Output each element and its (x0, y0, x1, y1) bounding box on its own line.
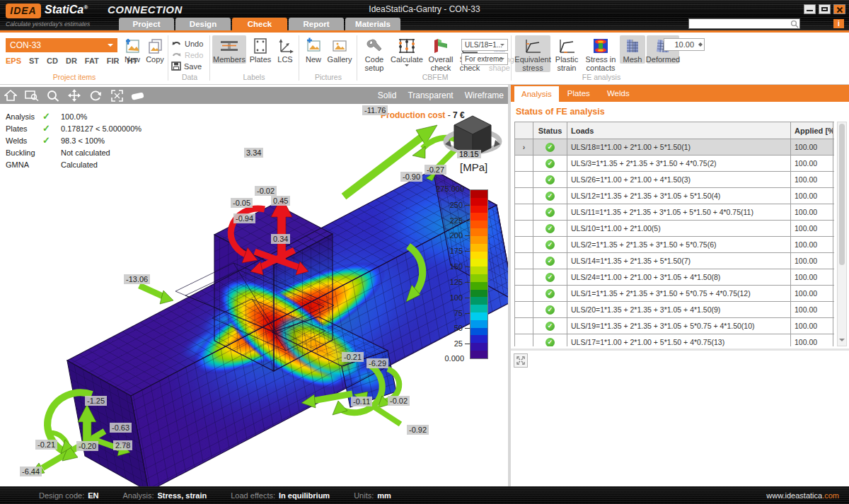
minimize-button[interactable] (804, 4, 816, 14)
scale-color-segment (470, 335, 487, 343)
load-combination-row[interactable]: ✓ULS/19=1*1.35 + 2*1.35 + 3*1.05 + 5*0.7… (515, 318, 834, 334)
ribbon-separator (209, 35, 210, 81)
scale-tick-mark (465, 282, 470, 283)
pan-icon[interactable] (64, 87, 85, 104)
rotate-icon[interactable] (85, 87, 106, 104)
project-item-combo[interactable]: CON-33 (6, 38, 117, 52)
load-combination-row[interactable]: ›✓ULS/18=1*1.00 + 2*1.00 + 5*1.50(1)100.… (515, 139, 834, 156)
panel-tab-welds[interactable]: Welds (599, 85, 638, 102)
load-combination-row[interactable]: ✓ULS/26=1*1.00 + 2*1.00 + 4*1.50(3)100.0… (515, 172, 834, 188)
statusbar-item-value: Stress, strain (158, 491, 207, 500)
load-combination-row[interactable]: ✓ULS/24=1*1.00 + 2*1.00 + 3*1.05 + 4*1.5… (515, 269, 834, 286)
fit-view-icon[interactable] (106, 87, 127, 104)
load-combination-row[interactable]: ✓ULS/20=1*1.35 + 2*1.35 + 3*1.05 + 4*1.5… (515, 302, 834, 318)
extreme-combo[interactable]: For extreme (461, 53, 508, 65)
code-setup-button[interactable]: Code setup (361, 35, 388, 72)
project-subtab-fat[interactable]: FAT (85, 57, 99, 65)
copy-project-item-button[interactable]: Copy (144, 35, 166, 64)
scrollbar-thumb[interactable] (839, 124, 845, 265)
labels-lcs-toggle[interactable]: LCS (275, 35, 296, 64)
view-mode-solid[interactable]: Solid (378, 90, 397, 100)
scale-color-segment (470, 290, 487, 298)
save-button[interactable]: Save (171, 61, 202, 71)
plastic-strain-toggle[interactable]: Plastic strain (552, 35, 582, 72)
view-mode-transparent[interactable]: Transparent (408, 90, 453, 100)
row-selector-icon (515, 204, 533, 220)
panel-tab-plates[interactable]: Plates (559, 85, 599, 102)
mesh-toggle[interactable]: Mesh (620, 35, 645, 64)
load-case-combo[interactable]: ULS/18=1... (461, 39, 508, 51)
close-button[interactable] (833, 4, 845, 14)
tab-materials[interactable]: Materials (345, 18, 400, 30)
table-scrollbar[interactable] (837, 122, 847, 346)
calculate-dropdown-icon[interactable] (405, 64, 409, 69)
view-mode-wireframe[interactable]: Wireframe (465, 90, 504, 100)
load-combination-row[interactable]: ✓ULS/2=1*1.35 + 2*1.35 + 3*1.50 + 5*0.75… (515, 237, 834, 253)
tab-project[interactable]: Project (119, 18, 174, 30)
tab-report[interactable]: Report (289, 18, 344, 30)
header-applied[interactable]: Applied [%] (791, 122, 833, 139)
results-panel: AnalysisPlatesWelds Status of FE analysi… (511, 85, 849, 486)
undo-button[interactable]: Undo (171, 38, 203, 49)
panel-tab-analysis[interactable]: Analysis (514, 86, 559, 102)
project-subtab-st[interactable]: ST (29, 57, 39, 65)
model-value-label: -0.21 (342, 352, 364, 362)
tab-check[interactable]: Check (232, 18, 287, 30)
picture-new-button[interactable]: New (303, 35, 324, 64)
row-selector-icon (515, 269, 533, 285)
scale-tick-label: 225 (432, 216, 463, 225)
project-subtab-fir[interactable]: FIR (107, 57, 120, 65)
website-link[interactable]: www.ideastatica.com (766, 491, 839, 500)
tab-design[interactable]: Design (175, 18, 231, 30)
overall-check-button[interactable]: Overall check (426, 35, 456, 72)
zoom-window-icon[interactable] (21, 87, 42, 104)
new-project-item-button[interactable]: New (122, 35, 143, 64)
stress-in-contacts-toggle[interactable]: Stress in contacts (583, 35, 618, 72)
load-combination-row[interactable]: ✓ULS/14=1*1.35 + 2*1.35 + 5*1.50(7)100.0… (515, 253, 834, 269)
check-status-list: Analysis✓100.0%Plates✓0.178127 < 5.00000… (6, 110, 142, 170)
load-combination-row[interactable]: ✓ULS/3=1*1.35 + 2*1.35 + 3*1.50 + 4*0.75… (515, 156, 834, 172)
check-status-row: Analysis✓100.0% (6, 110, 142, 122)
plastic-strain-label: Plastic strain (552, 55, 582, 72)
project-subtab-eps[interactable]: EPS (6, 57, 21, 65)
home-view-icon[interactable] (0, 87, 21, 104)
row-status-cell: ✓ (533, 172, 567, 187)
redo-button[interactable]: Redo (171, 49, 203, 60)
project-subtab-dr[interactable]: DR (66, 57, 77, 65)
project-subtab-cd[interactable]: CD (47, 57, 58, 65)
picture-gallery-button[interactable]: Gallery (325, 35, 354, 64)
model-value-label: -0.02 (388, 396, 410, 406)
labels-plates-toggle[interactable]: Plates (248, 35, 273, 64)
load-combination-row[interactable]: ✓ULS/11=1*1.35 + 2*1.35 + 3*1.05 + 5*1.5… (515, 204, 834, 221)
deformation-scale-spinner[interactable]: 10.00 (664, 38, 705, 51)
spinner-down-icon[interactable] (698, 45, 703, 49)
labels-members-toggle[interactable]: Members (212, 35, 246, 64)
load-combination-row[interactable]: ✓ULS/17=1*1.00 + 2*1.00 + 5*1.50 + 4*0.7… (515, 334, 834, 346)
load-combination-row[interactable]: ✓ULS/1=1*1.35 + 2*1.35 + 3*1.50 + 5*0.75… (515, 286, 834, 302)
copy-icon (146, 37, 163, 55)
maximize-button[interactable] (819, 4, 831, 14)
header-loads[interactable]: Loads (567, 122, 791, 139)
calculate-button[interactable]: Calculate (389, 35, 424, 69)
production-cost-value: 7 € (453, 110, 465, 120)
scrollbar-down-icon[interactable] (839, 339, 845, 344)
clipping-icon[interactable] (127, 87, 149, 104)
info-button[interactable]: i (833, 19, 844, 28)
header-status[interactable]: Status (533, 122, 567, 139)
row-status-cell: ✓ (533, 318, 567, 334)
expand-panel-button[interactable] (514, 353, 528, 368)
load-combination-row[interactable]: ✓ULS/12=1*1.35 + 2*1.35 + 3*1.05 + 5*1.5… (515, 188, 834, 204)
search-input[interactable] (688, 18, 800, 29)
model-value-label: -0.63 (110, 423, 132, 433)
scale-color-segment (470, 228, 487, 236)
load-combination-row[interactable]: ✓ULS/10=1*1.00 + 2*1.00(5)100.00 (515, 221, 834, 237)
equivalent-stress-toggle[interactable]: Equivalent stress (515, 35, 550, 72)
scale-tick-mark (465, 205, 470, 206)
check-status-value: 100.0% (61, 112, 87, 121)
save-icon (171, 61, 181, 71)
model-viewport[interactable]: SolidTransparentWireframe Analysis✓100.0… (0, 85, 508, 486)
row-selector-icon (515, 172, 533, 187)
row-applied-cell: 100.00 (791, 253, 833, 269)
zoom-icon[interactable] (42, 87, 64, 104)
scale-color-segment (470, 266, 487, 274)
